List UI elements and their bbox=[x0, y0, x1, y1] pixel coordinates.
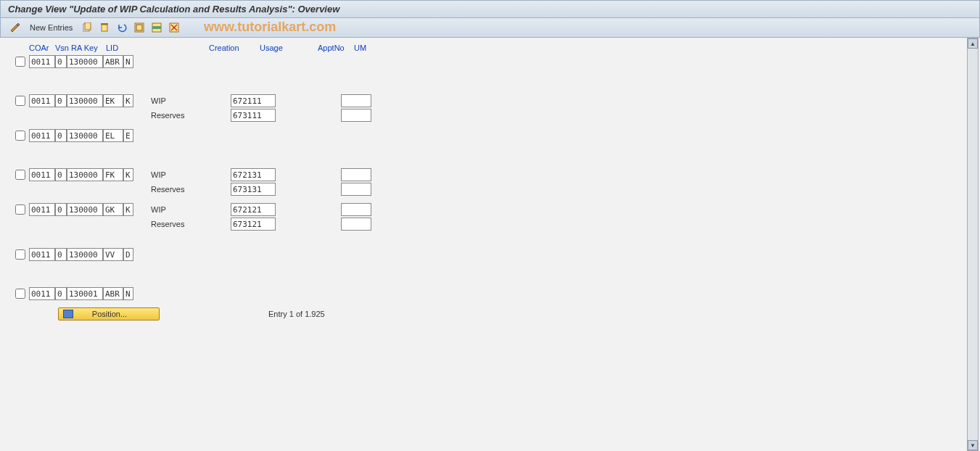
toolbar: New Entries www.tutorialkart.com bbox=[0, 18, 980, 38]
creation-field[interactable]: 672121 bbox=[231, 203, 276, 216]
apptno-field[interactable] bbox=[341, 109, 371, 122]
creation-field[interactable]: 672111 bbox=[231, 94, 276, 107]
reserves-label: Reserves bbox=[151, 220, 231, 228]
rakey-field[interactable]: 130000 bbox=[67, 168, 103, 181]
svg-rect-1 bbox=[85, 22, 91, 30]
category-field[interactable]: K bbox=[123, 203, 133, 216]
header-apptno[interactable]: ApptNo bbox=[318, 44, 354, 52]
category-field[interactable]: N bbox=[123, 287, 133, 300]
vsn-field[interactable]: 0 bbox=[55, 129, 67, 142]
scroll-up-icon[interactable]: ▲ bbox=[968, 38, 978, 49]
table-row: 00110130000FKKWIP672131Reserves673131 bbox=[7, 168, 973, 197]
apptno-field[interactable] bbox=[341, 183, 371, 196]
content-area: COAr Vsn RA Key LID Creation Usage ApptN… bbox=[0, 38, 980, 451]
wip-label: WIP bbox=[151, 170, 231, 179]
row-select-checkbox[interactable] bbox=[15, 249, 26, 260]
scroll-down-icon[interactable]: ▼ bbox=[968, 440, 978, 450]
coar-field[interactable]: 0011 bbox=[29, 248, 55, 261]
coar-field[interactable]: 0011 bbox=[29, 168, 55, 181]
entry-count-text: Entry 1 of 1.925 bbox=[268, 310, 325, 318]
table-row: 00110130000VVD bbox=[7, 248, 973, 261]
creation-field[interactable]: 673131 bbox=[231, 183, 276, 196]
reserves-label: Reserves bbox=[151, 111, 231, 120]
table-row: 00110130000ABRN bbox=[7, 55, 973, 68]
svg-rect-3 bbox=[101, 23, 108, 25]
vsn-field[interactable]: 0 bbox=[55, 168, 67, 181]
rakey-field[interactable]: 130000 bbox=[67, 248, 103, 261]
svg-rect-7 bbox=[152, 26, 161, 29]
wip-label: WIP bbox=[151, 96, 231, 105]
change-display-icon[interactable] bbox=[8, 20, 22, 35]
rakey-field[interactable]: 130000 bbox=[67, 129, 103, 142]
header-rakey[interactable]: RA Key bbox=[71, 44, 106, 52]
coar-field[interactable]: 0011 bbox=[29, 94, 55, 107]
column-headers: COAr Vsn RA Key LID Creation Usage ApptN… bbox=[7, 44, 973, 52]
lid-field[interactable]: EK bbox=[103, 94, 123, 107]
rakey-field[interactable]: 130000 bbox=[67, 94, 103, 107]
row-select-checkbox[interactable] bbox=[15, 57, 26, 67]
row-select-checkbox[interactable] bbox=[15, 96, 26, 106]
header-lid[interactable]: LID bbox=[106, 44, 128, 52]
watermark-text: www.tutorialkart.com bbox=[204, 20, 336, 35]
lid-field[interactable]: VV bbox=[103, 248, 123, 261]
category-field[interactable]: K bbox=[123, 168, 133, 181]
creation-field[interactable]: 672131 bbox=[231, 168, 276, 181]
undo-icon[interactable] bbox=[115, 20, 129, 35]
row-select-checkbox[interactable] bbox=[15, 204, 26, 215]
reserves-label: Reserves bbox=[151, 185, 231, 194]
select-block-icon[interactable] bbox=[149, 20, 164, 35]
deselect-all-icon[interactable] bbox=[167, 20, 181, 35]
table-row: 00110130000EKKWIP672111Reserves673111 bbox=[7, 94, 973, 123]
copy-icon[interactable] bbox=[80, 20, 94, 35]
page-title: Change View "Update of WIP Calculation a… bbox=[0, 0, 980, 18]
coar-field[interactable]: 0011 bbox=[29, 129, 55, 142]
rakey-field[interactable]: 130000 bbox=[67, 55, 103, 68]
header-vsn[interactable]: Vsn bbox=[55, 44, 71, 52]
coar-field[interactable]: 0011 bbox=[29, 55, 55, 68]
rakey-field[interactable]: 130000 bbox=[67, 203, 103, 216]
category-field[interactable]: D bbox=[123, 248, 133, 261]
apptno-field[interactable] bbox=[341, 168, 371, 181]
table-row: 00110130000ELE bbox=[7, 129, 973, 142]
header-usage[interactable]: Usage bbox=[260, 44, 296, 52]
row-select-checkbox[interactable] bbox=[15, 170, 26, 180]
header-coar[interactable]: COAr bbox=[29, 44, 55, 52]
lid-field[interactable]: ABR bbox=[103, 55, 123, 68]
new-entries-button[interactable]: New Entries bbox=[25, 22, 77, 33]
row-select-checkbox[interactable] bbox=[15, 289, 26, 299]
svg-rect-2 bbox=[102, 25, 107, 31]
header-um[interactable]: UM bbox=[354, 44, 368, 52]
apptno-field[interactable] bbox=[341, 203, 371, 216]
vsn-field[interactable]: 0 bbox=[55, 287, 67, 300]
lid-field[interactable]: ABR bbox=[103, 287, 123, 300]
vsn-field[interactable]: 0 bbox=[55, 94, 67, 107]
vsn-field[interactable]: 0 bbox=[55, 55, 67, 68]
creation-field[interactable]: 673121 bbox=[231, 218, 276, 231]
table-row: 00110130001ABRN bbox=[7, 287, 973, 300]
apptno-field[interactable] bbox=[341, 94, 371, 107]
wip-label: WIP bbox=[151, 205, 231, 214]
delete-icon[interactable] bbox=[97, 20, 112, 35]
vsn-field[interactable]: 0 bbox=[55, 248, 67, 261]
select-all-icon[interactable] bbox=[132, 20, 147, 35]
vsn-field[interactable]: 0 bbox=[55, 203, 67, 216]
footer-row: Position... Entry 1 of 1.925 bbox=[7, 307, 973, 320]
coar-field[interactable]: 0011 bbox=[29, 203, 55, 216]
category-field[interactable]: N bbox=[123, 55, 133, 68]
lid-field[interactable]: GK bbox=[103, 203, 123, 216]
header-creation[interactable]: Creation bbox=[209, 44, 252, 52]
lid-field[interactable]: FK bbox=[103, 168, 123, 181]
category-field[interactable]: K bbox=[123, 94, 133, 107]
lid-field[interactable]: EL bbox=[103, 129, 123, 142]
creation-field[interactable]: 673111 bbox=[231, 109, 276, 122]
rakey-field[interactable]: 130001 bbox=[67, 287, 103, 300]
row-select-checkbox[interactable] bbox=[15, 131, 26, 141]
position-icon bbox=[63, 310, 73, 318]
coar-field[interactable]: 0011 bbox=[29, 287, 55, 300]
category-field[interactable]: E bbox=[123, 129, 133, 142]
apptno-field[interactable] bbox=[341, 218, 371, 231]
table-row: 00110130000GKKWIP672121Reserves673121 bbox=[7, 203, 973, 232]
vertical-scrollbar[interactable]: ▲ ▼ bbox=[967, 38, 979, 451]
position-button[interactable]: Position... bbox=[58, 307, 160, 320]
position-label: Position... bbox=[82, 310, 137, 318]
